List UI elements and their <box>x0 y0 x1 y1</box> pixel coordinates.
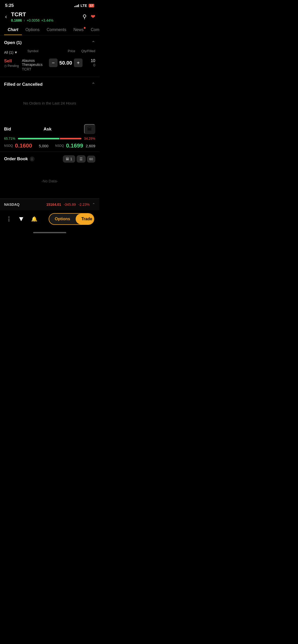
nasdaq-bar: NASDAQ 15164.01 -345.89 -2.23% ⌃ <box>0 199 99 210</box>
open-orders-header: Open (1) ⌃ <box>4 40 95 46</box>
price-value: 0.1686 <box>11 18 22 22</box>
price-up-arrow: ↑ <box>23 19 25 22</box>
open-orders-section: Open (1) ⌃ All (1) ▼ Symbol Price Qty/Fi… <box>0 35 99 77</box>
header-title: TCRT 0.1686 ↑ +0.0056 +3.44% <box>11 11 80 22</box>
price-pct: +3.44% <box>41 18 53 22</box>
order-book-section: Order Book i 🏛 1 ☰ 60 -No Data- <box>0 152 99 199</box>
ticker-tag: TCRT <box>22 67 49 71</box>
order-status: ◷ Pending <box>4 64 22 68</box>
price-change: +0.0056 <box>27 18 40 22</box>
status-bar: 5:25 LTE 17 <box>0 0 99 10</box>
ob-number-button[interactable]: 60 <box>87 156 95 163</box>
filled-cancelled-section: Filled or Cancelled ⌃ No Orders in the L… <box>0 77 99 121</box>
order-qty: 10 <box>83 58 95 63</box>
ticker-price-row: 0.1686 ↑ +0.0056 +3.44% <box>11 18 80 22</box>
order-qty-col: 10 0 <box>83 58 95 67</box>
home-bar <box>33 232 66 233</box>
bid-ask-progress-bar <box>18 138 82 139</box>
col-symbol-header: Symbol <box>26 49 55 53</box>
ob-bank-button[interactable]: 🏛 1 <box>63 155 75 163</box>
battery-badge: 17 <box>89 4 94 7</box>
bottom-bar: ⋮ ⯆ 🔔 Options Trade <box>0 210 99 230</box>
bid-ask-bar: 65.71% 34.29% <box>4 137 95 140</box>
ask-label: Ask <box>11 127 84 132</box>
order-filled: 0 <box>83 63 95 67</box>
order-book-title-row: Order Book i <box>4 156 35 162</box>
nasdaq-chevron-icon[interactable]: ⌃ <box>92 202 95 207</box>
clock-icon: ◷ <box>4 64 7 68</box>
filled-cancelled-collapse[interactable]: ⌃ <box>91 82 95 87</box>
ask-price: 0.1699 <box>66 142 83 149</box>
bid-pct: 65.71% <box>4 137 17 140</box>
status-time: 5:25 <box>5 3 14 8</box>
bid-ask-row: NSDQ 0.1600 5,000 NSDQ 0.1699 2,609 <box>4 142 95 149</box>
no-orders-message: No Orders in the Last 24 Hours <box>4 91 95 118</box>
share-button[interactable]: ⯆ <box>18 215 25 223</box>
bid-bar <box>18 138 59 139</box>
ask-qty: 2,609 <box>86 144 95 148</box>
col-headers: Symbol Price Qty/Filled <box>26 49 95 53</box>
col-qty-header: Qty/Filled <box>75 49 95 53</box>
more-menu-button[interactable]: ⋮ <box>5 215 13 223</box>
filled-cancelled-title: Filled or Cancelled <box>4 82 43 87</box>
nasdaq-pct: -2.23% <box>78 202 90 207</box>
ask-bar <box>60 138 82 139</box>
company-name: Alaunos Therapeutics <box>22 58 49 67</box>
ask-exchange: NSDQ <box>55 144 64 148</box>
mid-qty: 5,000 <box>33 144 54 148</box>
bid-ask-header: Bid Ask 🏛 <box>4 124 95 134</box>
order-symbol-col: Alaunos Therapeutics TCRT <box>22 58 49 71</box>
order-book-controls: 🏛 1 ☰ 60 <box>63 155 95 163</box>
open-orders-collapse[interactable]: ⌃ <box>91 40 95 46</box>
nav-tabs: Chart Options Comments News Company <box>0 25 99 35</box>
home-indicator <box>0 230 99 234</box>
bid-exchange: NSDQ <box>4 144 13 148</box>
bank-icon-small: 🏛 <box>66 157 69 161</box>
options-button[interactable]: Options <box>49 214 76 224</box>
tab-chart[interactable]: Chart <box>4 25 22 35</box>
col-price-header: Price <box>55 49 75 53</box>
bid-ask-section: Bid Ask 🏛 65.71% 34.29% NSDQ 0.1600 5,00… <box>0 121 99 152</box>
header: ‹ TCRT 0.1686 ↑ +0.0056 +3.44% ⚲ ❤ <box>0 10 99 25</box>
trade-button[interactable]: Trade <box>76 214 94 224</box>
table-filter-row: All (1) ▼ Symbol Price Qty/Filled <box>4 49 95 55</box>
order-price-display: 50.00 <box>58 60 74 66</box>
nasdaq-price: 15164.01 <box>46 202 61 207</box>
tab-news[interactable]: News <box>70 25 87 35</box>
nasdaq-label: NASDAQ <box>4 202 46 207</box>
nasdaq-change: -345.89 <box>64 202 76 207</box>
price-decrease-button[interactable]: − <box>49 58 58 67</box>
info-icon[interactable]: i <box>30 156 35 162</box>
open-orders-title: Open (1) <box>4 40 22 45</box>
filter-button[interactable]: All (1) ▼ <box>4 50 18 54</box>
order-book-no-data: -No Data- <box>4 166 95 196</box>
back-button[interactable]: ‹ <box>4 12 8 21</box>
watchlist-button[interactable]: ❤ <box>91 13 95 20</box>
ask-pct: 34.29% <box>83 137 95 140</box>
order-price-col: − 50.00 + <box>49 58 83 67</box>
order-type-col: Sell ◷ Pending <box>4 58 22 68</box>
order-row: Sell ◷ Pending Alaunos Therapeutics TCRT… <box>4 58 95 71</box>
options-trade-group: Options Trade <box>49 213 94 225</box>
bank-icon-button[interactable]: 🏛 <box>84 124 95 134</box>
chevron-down-icon: ▼ <box>14 50 18 54</box>
tab-comments[interactable]: Comments <box>43 25 70 35</box>
price-increase-button[interactable]: + <box>74 58 83 67</box>
ob-filter-button[interactable]: ☰ <box>77 155 86 163</box>
alert-button[interactable]: 🔔 <box>30 215 38 223</box>
status-right: LTE 17 <box>74 4 94 8</box>
ticker-symbol: TCRT <box>11 11 80 18</box>
signal-icon <box>74 4 79 7</box>
order-book-title: Order Book <box>4 156 28 162</box>
news-dot <box>84 27 86 29</box>
order-book-header: Order Book i 🏛 1 ☰ 60 <box>4 155 95 163</box>
search-button[interactable]: ⚲ <box>83 13 87 20</box>
tab-company[interactable]: Company <box>87 25 99 35</box>
lte-label: LTE <box>80 4 87 8</box>
header-icons: ⚲ ❤ <box>83 13 95 20</box>
bid-price: 0.1600 <box>15 142 32 149</box>
order-sell-label: Sell <box>4 58 22 64</box>
tab-options[interactable]: Options <box>22 25 43 35</box>
filled-cancelled-header: Filled or Cancelled ⌃ <box>4 82 95 87</box>
bid-label: Bid <box>4 127 11 132</box>
